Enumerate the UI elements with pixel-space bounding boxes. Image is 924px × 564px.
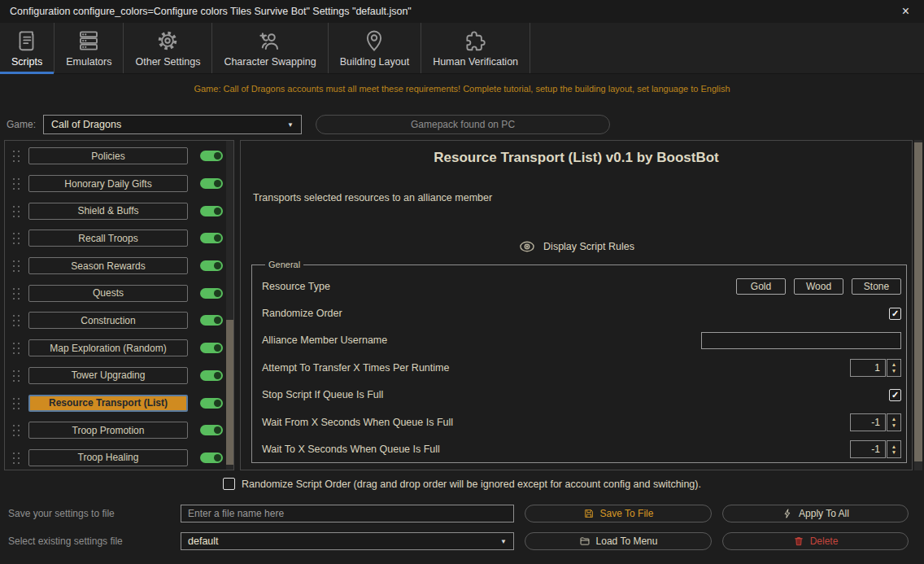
script-button-season-rewards[interactable]: Season Rewards: [28, 257, 188, 274]
chevron-down-icon: ▼: [287, 121, 294, 129]
save-to-file-button[interactable]: Save To File: [525, 505, 712, 522]
attempt-to-transfer-x-times-per-runtime-spinner[interactable]: 1▲▼: [850, 359, 901, 377]
panel-scrollbar-thumb[interactable]: [914, 142, 922, 461]
folder-icon: [579, 536, 591, 547]
setting-label: Wait To X Seconds When Queue Is Full: [262, 444, 440, 455]
script-toggle-troop-promotion[interactable]: [200, 425, 223, 435]
apply-to-all-button[interactable]: Apply To All: [722, 505, 909, 522]
setting-row-wait-to-x-seconds-when-queue-is-full: Wait To X Seconds When Queue Is Full -1▲…: [262, 435, 901, 462]
configuration-window: Configuration configure_colors=Configure…: [0, 0, 924, 564]
tab-emulators[interactable]: Emulators: [54, 23, 124, 73]
script-button-quests[interactable]: Quests: [28, 285, 188, 302]
drag-handle-icon[interactable]: [11, 231, 20, 245]
drag-handle-icon[interactable]: [11, 286, 20, 300]
script-toggle-map-exploration-random[interactable]: [200, 343, 223, 353]
display-script-rules-label: Display Script Rules: [543, 241, 634, 252]
save-settings-label: Save your settings to file: [8, 508, 115, 519]
tab-character-swapping[interactable]: Character Swapping: [212, 23, 328, 73]
close-icon[interactable]: ×: [897, 4, 914, 19]
spinner-down-icon[interactable]: ▼: [891, 422, 896, 429]
setting-control: GoldWoodStone: [728, 278, 901, 295]
display-script-rules-button[interactable]: Display Script Rules: [241, 238, 912, 256]
script-button-shield-buffs[interactable]: Shield & Buffs: [28, 203, 188, 220]
scripts-sidebar: Policies Honorary Daily Gifts Shield & B…: [4, 140, 234, 470]
script-toggle-troop-healing[interactable]: [200, 453, 223, 463]
tab-other-settings[interactable]: Other Settings: [124, 23, 212, 73]
general-section: General Resource Type GoldWoodStone Rand…: [251, 260, 907, 463]
tab-building-layout[interactable]: Building Layout: [329, 23, 421, 73]
drag-handle-icon[interactable]: [11, 423, 20, 437]
tab-human-verification[interactable]: Human Verification: [421, 23, 530, 73]
wait-to-x-seconds-when-queue-is-full-spinner[interactable]: -1▲▼: [850, 440, 901, 458]
spinner-up-icon[interactable]: ▲: [891, 416, 896, 422]
drag-handle-icon[interactable]: [11, 369, 20, 383]
script-toggle-resource-transport-list[interactable]: [200, 398, 223, 409]
toggle-knob: [214, 180, 221, 187]
stop-script-if-queue-is-full-checkbox[interactable]: ✓: [889, 389, 901, 401]
gold-button[interactable]: Gold: [736, 278, 786, 295]
script-toggle-honorary-daily-gifts[interactable]: [200, 178, 223, 189]
spinner-up-icon[interactable]: ▲: [891, 361, 896, 368]
drag-handle-icon[interactable]: [11, 313, 20, 327]
script-toggle-policies[interactable]: [200, 151, 223, 161]
toggle-knob: [214, 208, 221, 215]
game-label: Game:: [7, 119, 36, 130]
script-button-honorary-daily-gifts[interactable]: Honorary Daily Gifts: [28, 175, 188, 192]
requirements-warning: Game: Call of Dragons accounts must all …: [0, 84, 924, 94]
script-item-map-exploration-random: Map Exploration (Random): [5, 334, 233, 362]
drag-handle-icon[interactable]: [11, 259, 20, 273]
game-select[interactable]: Call of Dragons ▼: [43, 115, 302, 134]
script-button-map-exploration-random[interactable]: Map Exploration (Random): [28, 339, 188, 356]
setting-label: Stop Script If Queue Is Full: [262, 389, 383, 400]
spinner-down-icon[interactable]: ▼: [891, 368, 896, 374]
load-to-menu-button[interactable]: Load To Menu: [525, 532, 712, 550]
script-toggle-shield-buffs[interactable]: [200, 206, 223, 216]
sidebar-scrollbar-thumb[interactable]: [226, 320, 233, 465]
script-toggle-season-rewards[interactable]: [200, 260, 223, 271]
script-button-troop-healing[interactable]: Troop Healing: [28, 449, 188, 466]
game-select-value: Call of Dragons: [51, 119, 287, 130]
drag-handle-icon[interactable]: [11, 451, 20, 465]
drag-handle-icon[interactable]: [11, 149, 20, 163]
drag-handle-icon[interactable]: [11, 177, 20, 190]
randomize-script-order-checkbox[interactable]: [223, 478, 235, 490]
script-toggle-tower-upgrading[interactable]: [200, 370, 223, 381]
drag-handle-icon[interactable]: [11, 341, 20, 355]
drag-handle-icon[interactable]: [11, 204, 20, 218]
spinner-arrows[interactable]: ▲▼: [887, 440, 901, 458]
drag-handle-icon[interactable]: [11, 396, 20, 410]
script-toggle-construction[interactable]: [200, 315, 223, 326]
general-rows: Resource Type GoldWoodStone Randomize Or…: [262, 273, 901, 463]
toggle-knob: [214, 152, 221, 160]
file-name-input[interactable]: [181, 505, 514, 522]
tab-bar: Scripts Emulators Other Settings Charact…: [0, 23, 924, 74]
spinner-arrows[interactable]: ▲▼: [887, 359, 901, 377]
setting-row-attempt-to-transfer-x-times-per-runtime: Attempt To Transfer X Times Per Runtime …: [262, 354, 901, 381]
save-to-file-label: Save To File: [600, 508, 654, 519]
script-button-recall-troops[interactable]: Recall Troops: [28, 230, 188, 247]
panel-scrollbar[interactable]: [914, 140, 922, 470]
spinner-down-icon[interactable]: ▼: [891, 449, 896, 456]
spinner-arrows[interactable]: ▲▼: [887, 413, 901, 431]
alliance-member-username-input[interactable]: [701, 332, 901, 349]
tab-scripts[interactable]: Scripts: [0, 23, 54, 73]
setting-control: [701, 332, 901, 349]
spinner-up-icon[interactable]: ▲: [891, 444, 896, 450]
script-button-resource-transport-list[interactable]: Resource Transport (List): [28, 395, 188, 412]
randomize-order-checkbox[interactable]: ✓: [889, 308, 901, 320]
sidebar-scrollbar[interactable]: [226, 141, 233, 470]
delete-button[interactable]: Delete: [722, 532, 909, 550]
script-toggle-quests[interactable]: [200, 288, 223, 299]
stone-button[interactable]: Stone: [852, 278, 901, 295]
setting-label: Attempt To Transfer X Times Per Runtime: [262, 362, 449, 374]
settings-file-select[interactable]: default ▼: [181, 532, 514, 550]
script-button-troop-promotion[interactable]: Troop Promotion: [28, 422, 188, 439]
script-button-tower-upgrading[interactable]: Tower Upgrading: [28, 367, 188, 384]
wood-button[interactable]: Wood: [794, 278, 843, 295]
script-toggle-recall-troops[interactable]: [200, 233, 223, 243]
script-button-policies[interactable]: Policies: [28, 147, 188, 164]
wait-from-x-seconds-when-queue-is-full-spinner[interactable]: -1▲▼: [850, 413, 901, 431]
script-item-recall-troops: Recall Troops: [5, 225, 233, 252]
script-button-construction[interactable]: Construction: [28, 312, 188, 329]
setting-row-alliance-member-username: Alliance Member Username: [262, 327, 901, 354]
